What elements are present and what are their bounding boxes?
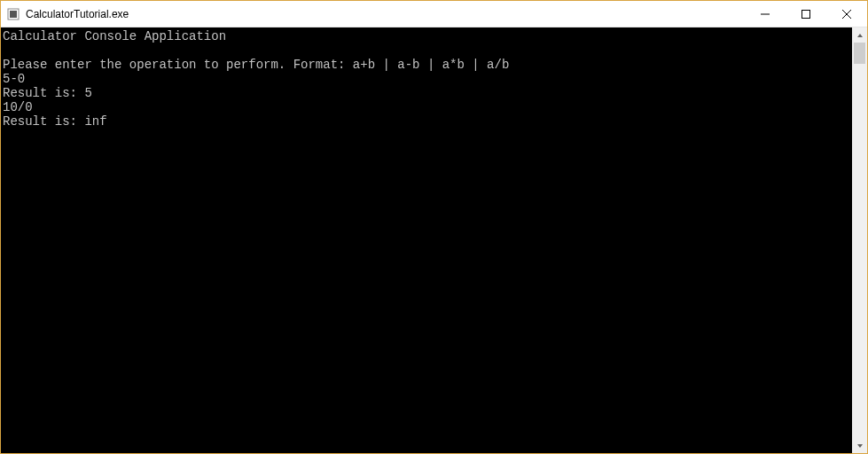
- svg-rect-3: [802, 10, 810, 18]
- minimize-icon: [761, 10, 770, 19]
- scroll-track[interactable]: [852, 43, 867, 438]
- console-output[interactable]: Calculator Console Application Please en…: [1, 27, 852, 453]
- chevron-down-icon: [856, 442, 864, 450]
- svg-marker-7: [857, 444, 863, 448]
- close-button[interactable]: [826, 1, 867, 27]
- application-window: CalculatorTutorial.exe Calculator C: [0, 0, 868, 454]
- app-icon: [6, 7, 20, 21]
- window-controls: [745, 1, 867, 27]
- content-area: Calculator Console Application Please en…: [1, 27, 867, 453]
- titlebar[interactable]: CalculatorTutorial.exe: [1, 1, 867, 27]
- chevron-up-icon: [856, 32, 864, 39]
- minimize-button[interactable]: [745, 1, 786, 27]
- scroll-down-button[interactable]: [852, 438, 867, 453]
- close-icon: [842, 10, 851, 19]
- scroll-up-button[interactable]: [852, 27, 867, 43]
- svg-marker-6: [857, 34, 863, 37]
- scroll-thumb[interactable]: [854, 43, 865, 64]
- vertical-scrollbar[interactable]: [852, 27, 867, 453]
- window-title: CalculatorTutorial.exe: [26, 8, 129, 20]
- maximize-button[interactable]: [786, 1, 826, 27]
- svg-rect-1: [10, 11, 17, 18]
- maximize-icon: [802, 10, 810, 19]
